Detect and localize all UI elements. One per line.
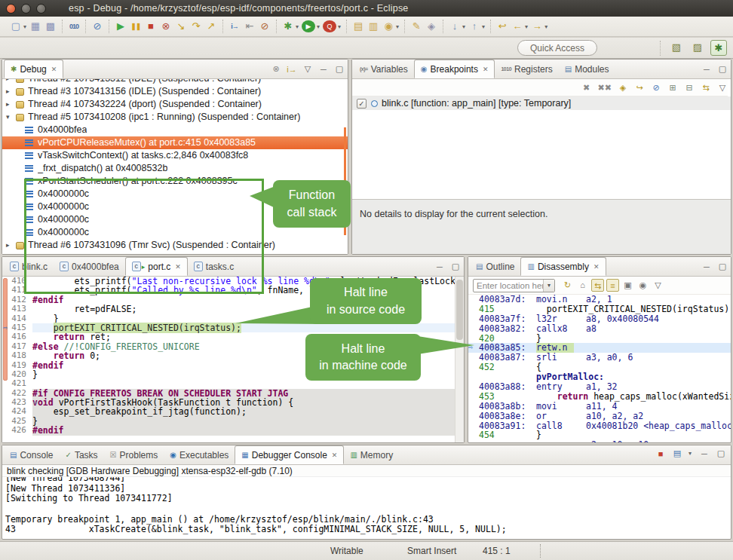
resume-icon[interactable]: ▶ <box>114 20 127 33</box>
expand-arrow-icon[interactable]: ▸ <box>6 98 15 111</box>
new-wizard-icon[interactable]: ▢ <box>9 20 23 33</box>
connect-icon[interactable]: ⊗ <box>271 64 281 74</box>
collapse-arrow-icon[interactable]: ▾ <box>6 111 15 124</box>
editor-tab-port-c[interactable]: c▸port.c✕ <box>125 257 188 276</box>
tab-registers[interactable]: 1010Registers <box>495 60 558 78</box>
view-menu-icon[interactable]: ▽ <box>652 279 664 292</box>
previous-annotation-icon-menu[interactable]: ▾ <box>482 23 485 30</box>
back-icon-menu[interactable]: ▾ <box>525 23 528 30</box>
location-combo[interactable]: Enter location here ▾ <box>473 279 555 292</box>
step-into-icon[interactable]: ↘ <box>174 20 188 33</box>
close-tab-icon[interactable]: ✕ <box>593 263 600 271</box>
disasm-line[interactable]: 453 return heap_caps_malloc(xWantedSize <box>468 392 731 402</box>
tab-problems[interactable]: ☒Problems <box>104 445 164 464</box>
view-menu-icon[interactable]: ▽ <box>302 64 313 74</box>
mark-occurrences-icon[interactable]: ✎ <box>409 20 423 33</box>
breakpoint-checkbox[interactable]: ✓ <box>357 99 366 109</box>
disasm-line[interactable]: 415 portEXIT_CRITICAL_NESTED(irqStatus) <box>468 304 731 314</box>
terminate-icon[interactable]: ■ <box>144 20 158 33</box>
minimize-view-icon[interactable]: ─ <box>434 262 445 271</box>
external-tools-icon-menu[interactable]: ▾ <box>338 23 341 30</box>
external-tools-icon[interactable]: Q <box>323 20 336 32</box>
open-perspective-icon[interactable]: ▧ <box>668 40 685 56</box>
new-wizard-icon-menu[interactable]: ▾ <box>23 23 26 30</box>
maximize-view-icon[interactable]: ▢ <box>717 262 728 271</box>
terminate-console-icon[interactable]: ■ <box>655 449 666 458</box>
maximize-view-icon[interactable]: ▢ <box>450 262 461 271</box>
debug-thread-row[interactable]: ▾Thread #5 1073410208 (ipc1 : Running) (… <box>2 111 348 124</box>
debug-icon-menu[interactable]: ▾ <box>296 23 299 30</box>
tab-memory[interactable]: ▥Memory <box>344 445 399 464</box>
scrollbar-thumb[interactable] <box>456 280 463 340</box>
location-input[interactable]: Enter location here <box>474 281 543 290</box>
forward-icon[interactable]: → <box>530 20 544 33</box>
debug-thread-row[interactable]: ▸Thread #2 1073413312 (IDLE) (Suspended … <box>2 79 348 85</box>
save-icon[interactable]: ▦ <box>29 20 42 33</box>
link-with-debug-icon[interactable]: ⇆ <box>701 83 711 93</box>
close-tab-icon[interactable]: ✕ <box>332 451 338 459</box>
debug-icon[interactable]: ✱ <box>281 20 295 33</box>
minimize-window-button[interactable] <box>21 4 31 14</box>
debug-stack-frame-row[interactable]: 0x4000000c <box>2 226 348 239</box>
open-new-view-icon[interactable]: ▣ <box>621 279 634 292</box>
run-icon-menu[interactable]: ▾ <box>317 23 320 30</box>
skip-all-breakpoints-icon[interactable]: ⊘ <box>90 20 104 33</box>
tab-debug[interactable]: ✱ Debug ✕ <box>4 60 63 78</box>
close-tab-icon[interactable]: ✕ <box>51 66 57 73</box>
show-breakpoints-supported-icon[interactable]: ◈ <box>618 83 628 93</box>
refresh-icon[interactable]: ↻ <box>561 279 574 292</box>
debug-perspective-icon[interactable]: ✱ <box>710 40 727 56</box>
minimize-view-icon[interactable]: ─ <box>318 65 329 74</box>
expand-arrow-icon[interactable]: ▸ <box>6 85 15 98</box>
step-return-icon[interactable]: ↗ <box>204 20 218 33</box>
drop-to-frame-icon[interactable]: ⇤ <box>243 20 256 33</box>
cpp-perspective-icon[interactable]: ▨ <box>689 40 706 56</box>
editor-tab-0x4000bfea[interactable]: c0x4000bfea <box>54 257 125 276</box>
editor-tab-tasks-c[interactable]: ctasks.c <box>188 257 240 276</box>
view-menu-icon[interactable]: ▽ <box>717 83 728 93</box>
minimize-view-icon[interactable]: ─ <box>699 449 710 458</box>
maximize-view-icon[interactable]: ▢ <box>717 64 728 74</box>
expand-arrow-icon[interactable]: ▸ <box>6 239 15 252</box>
disasm-line[interactable]: 40083a87:srlia3, a0, 6 <box>468 353 731 363</box>
tab-disassembly[interactable]: ▥Disassembly✕ <box>520 257 606 276</box>
home-icon[interactable]: ⌂ <box>576 279 589 292</box>
close-window-button[interactable] <box>6 4 16 14</box>
debug-thread-row[interactable]: ▸Thread #6 1073431096 (Tmr Svc) (Suspend… <box>2 239 348 252</box>
tab-modules[interactable]: ▤Modules <box>559 60 615 78</box>
debug-thread-row[interactable]: ▸Thread #4 1073432224 (dport) (Suspended… <box>2 98 348 111</box>
remove-all-breakpoints-icon[interactable]: ✖✖ <box>598 83 612 93</box>
run-icon[interactable]: ▶ <box>302 20 315 32</box>
search-icon[interactable]: ◉ <box>382 20 395 33</box>
maximize-view-icon[interactable]: ▢ <box>716 448 726 458</box>
save-all-icon[interactable]: ▩ <box>44 20 57 33</box>
annotation-properties-icon[interactable]: ◈ <box>425 20 438 33</box>
disconnect-icon[interactable]: ⊗ <box>159 20 173 33</box>
goto-breakpoint-file-icon[interactable]: ↪ <box>634 83 645 93</box>
editor-scrollbar[interactable] <box>455 277 464 442</box>
code-line[interactable]: 425} <box>2 417 455 426</box>
chevron-down-icon[interactable]: ▾ <box>543 280 554 292</box>
disasm-line[interactable]: 40083a82:callx8a8 <box>468 324 731 334</box>
tab-executables[interactable]: ◉Executables <box>164 445 235 464</box>
tab-variables[interactable]: (x)=Variables <box>354 60 414 78</box>
disassembly-listing[interactable]: 40083a7d:movi.na2, 1415 portEXIT_CRITICA… <box>468 295 731 442</box>
expand-arrow-icon[interactable]: ▸ <box>6 79 15 85</box>
instruction-stepping-toggle-icon[interactable]: i→ <box>287 65 297 74</box>
debug-stack-frame-row[interactable]: 0x4000bfea <box>2 124 348 136</box>
remove-breakpoint-icon[interactable]: ✖ <box>581 83 592 93</box>
disasm-line[interactable]: 40083a7f:l32ra8, 0x40080544 <box>468 314 731 324</box>
collapse-all-icon[interactable]: ⊟ <box>684 83 695 93</box>
back-icon[interactable]: ← <box>511 20 524 33</box>
code-line[interactable]: 424 esp_set_breakpoint_if_jtag(function)… <box>2 407 455 416</box>
tab-outline[interactable]: ▤Outline <box>470 257 520 276</box>
tab-breakpoints[interactable]: ◉Breakpoints✕ <box>414 60 495 78</box>
tab-debugger-console[interactable]: ▦Debugger Console✕ <box>235 445 344 464</box>
next-annotation-icon-menu[interactable]: ▾ <box>462 23 465 30</box>
editor-tab-blink-c[interactable]: cblink.c <box>4 257 54 276</box>
close-tab-icon[interactable]: ✕ <box>483 66 489 73</box>
debug-stack-frame-row[interactable]: vTaskSwitchContext() at tasks.c:2,846 0x… <box>2 149 348 162</box>
use-step-filters-icon[interactable]: ⊘ <box>258 20 271 33</box>
pin-view-icon[interactable]: ◉ <box>636 279 649 292</box>
expand-all-icon[interactable]: ⊞ <box>667 83 678 93</box>
